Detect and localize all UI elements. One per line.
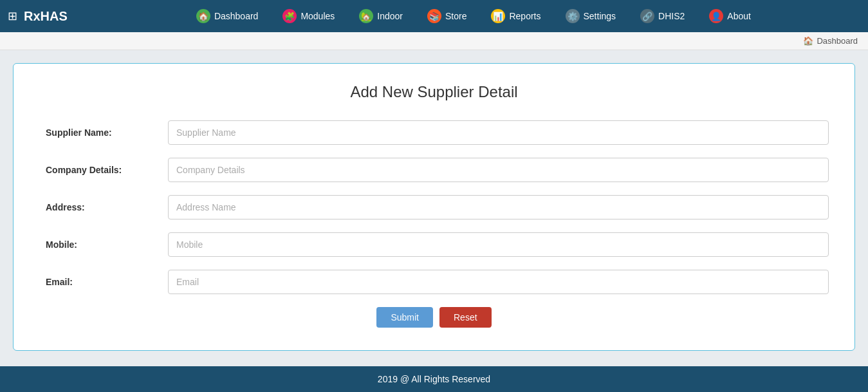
form-card: Add New Supplier Detail Supplier Name:Co… <box>13 63 855 351</box>
nav-item-modules[interactable]: 🧩Modules <box>273 5 344 27</box>
nav-item-settings[interactable]: ⚙️Settings <box>557 5 625 27</box>
footer-text: 2019 @ All Rights Reserved <box>378 374 490 384</box>
input-mobile[interactable] <box>168 232 829 257</box>
nav-item-indoor[interactable]: 🏡Indoor <box>350 5 412 27</box>
form-row-mobile: Mobile: <box>39 232 829 257</box>
form-row-supplier-name: Supplier Name: <box>39 120 829 145</box>
form-row-email: Email: <box>39 270 829 294</box>
nav-item-store[interactable]: 📚Store <box>418 5 476 27</box>
settings-label: Settings <box>584 11 616 21</box>
main-content: Add New Supplier Detail Supplier Name:Co… <box>0 50 868 366</box>
nav-item-dhis2[interactable]: 🔗DHIS2 <box>631 5 694 27</box>
footer: 2019 @ All Rights Reserved <box>0 366 868 392</box>
indoor-icon: 🏡 <box>359 9 373 23</box>
dhis2-label: DHIS2 <box>658 11 685 21</box>
nav-item-reports[interactable]: 📊Reports <box>482 5 549 27</box>
input-company-details[interactable] <box>168 158 829 182</box>
reset-button[interactable]: Reset <box>439 307 492 328</box>
label-address: Address: <box>39 202 168 212</box>
form-row-company-details: Company Details: <box>39 158 829 182</box>
input-email[interactable] <box>168 270 829 294</box>
label-company-details: Company Details: <box>39 165 168 175</box>
store-label: Store <box>445 11 466 21</box>
breadcrumb-text: Dashboard <box>817 36 858 46</box>
store-icon: 📚 <box>427 9 441 23</box>
label-mobile: Mobile: <box>39 239 168 250</box>
dhis2-icon: 🔗 <box>640 9 654 23</box>
form-actions: Submit Reset <box>39 307 829 328</box>
indoor-label: Indoor <box>377 11 403 21</box>
form-fields: Supplier Name:Company Details:Address:Mo… <box>39 120 829 294</box>
settings-icon: ⚙️ <box>566 9 580 23</box>
form-row-address: Address: <box>39 195 829 219</box>
reports-label: Reports <box>509 11 540 21</box>
about-label: About <box>727 11 751 21</box>
label-supplier-name: Supplier Name: <box>39 127 168 138</box>
app-brand: RxHAS <box>24 9 68 24</box>
breadcrumb-home-icon: 🏠 <box>803 36 813 46</box>
label-email: Email: <box>39 277 168 287</box>
nav-item-about[interactable]: 👤About <box>700 5 760 27</box>
navbar: ⊞ RxHAS 🏠Dashboard🧩Modules🏡Indoor📚Store📊… <box>0 0 868 32</box>
reports-icon: 📊 <box>491 9 505 23</box>
modules-icon: 🧩 <box>282 9 297 23</box>
form-title: Add New Supplier Detail <box>39 83 829 101</box>
nav-item-dashboard[interactable]: 🏠Dashboard <box>187 5 268 27</box>
input-supplier-name[interactable] <box>168 120 829 145</box>
modules-label: Modules <box>300 11 335 21</box>
grid-icon[interactable]: ⊞ <box>8 9 17 23</box>
input-address[interactable] <box>168 195 829 219</box>
dashboard-label: Dashboard <box>214 11 259 21</box>
breadcrumb-bar: 🏠 Dashboard <box>0 32 868 50</box>
nav-items: 🏠Dashboard🧩Modules🏡Indoor📚Store📊Reports⚙… <box>87 5 860 27</box>
dashboard-icon: 🏠 <box>196 9 210 23</box>
submit-button[interactable]: Submit <box>376 307 433 328</box>
about-icon: 👤 <box>709 9 723 23</box>
